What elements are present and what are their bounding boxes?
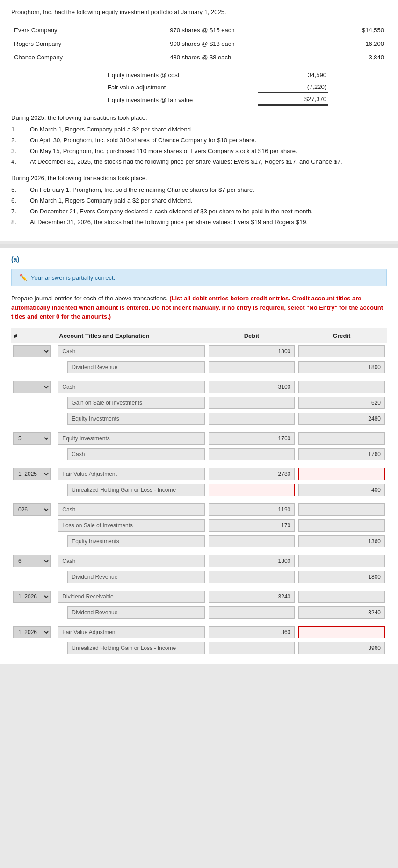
debit-cell bbox=[207, 430, 297, 446]
date-cell-empty bbox=[11, 411, 56, 427]
debit-input[interactable] bbox=[209, 432, 295, 445]
debit-input[interactable] bbox=[209, 413, 295, 425]
debit-input[interactable] bbox=[209, 397, 295, 409]
transaction-num: 7. bbox=[11, 208, 30, 215]
credit-input[interactable] bbox=[298, 484, 385, 496]
debit-input[interactable] bbox=[209, 571, 295, 583]
transaction-item: 6. On March 1, Rogers Company paid a $2 … bbox=[11, 197, 387, 204]
date-select[interactable]: 1, 2025 bbox=[13, 468, 51, 480]
journal-table: # Account Titles and Explanation Debit C… bbox=[11, 328, 387, 656]
account-input[interactable] bbox=[58, 591, 204, 603]
debit-cell bbox=[207, 605, 297, 620]
date-select[interactable]: 1, 2026 bbox=[13, 591, 51, 603]
account-cell-indented bbox=[56, 482, 206, 498]
summary-row: Equity investments @ fair value $27,370 bbox=[106, 94, 328, 106]
credit-input-error[interactable] bbox=[298, 626, 385, 638]
transaction-num: 4. bbox=[11, 158, 30, 165]
account-cell bbox=[56, 589, 206, 605]
credit-input[interactable] bbox=[298, 397, 385, 409]
account-cell bbox=[56, 466, 206, 482]
credit-cell bbox=[297, 502, 387, 518]
credit-cell bbox=[297, 411, 387, 427]
debit-input[interactable] bbox=[209, 606, 295, 619]
account-input[interactable] bbox=[58, 503, 204, 516]
account-input[interactable] bbox=[58, 555, 204, 567]
date-select[interactable] bbox=[13, 345, 51, 357]
credit-input-error[interactable] bbox=[298, 468, 385, 480]
journal-entry-row bbox=[11, 446, 387, 462]
debit-cell bbox=[207, 359, 297, 375]
credit-input[interactable] bbox=[298, 448, 385, 460]
account-input[interactable] bbox=[58, 345, 204, 357]
transaction-item: 7. On December 21, Evers Company declare… bbox=[11, 208, 387, 215]
account-cell bbox=[56, 430, 206, 446]
account-input[interactable] bbox=[58, 468, 204, 480]
account-input[interactable] bbox=[67, 413, 204, 425]
debit-cell bbox=[207, 533, 297, 549]
account-input[interactable] bbox=[58, 432, 204, 445]
transaction-text: At December 31, 2025, the stocks had the… bbox=[30, 158, 387, 165]
credit-input[interactable] bbox=[298, 503, 385, 516]
credit-input[interactable] bbox=[298, 345, 385, 357]
debit-input[interactable] bbox=[209, 503, 295, 516]
account-input[interactable] bbox=[67, 535, 204, 547]
credit-input[interactable] bbox=[298, 642, 385, 654]
credit-input[interactable] bbox=[298, 606, 385, 619]
date-select[interactable]: 6 bbox=[13, 555, 51, 567]
journal-entry-row bbox=[11, 379, 387, 395]
credit-cell bbox=[297, 482, 387, 498]
date-select[interactable]: 5 bbox=[13, 432, 51, 445]
account-input[interactable] bbox=[58, 626, 204, 638]
debit-input[interactable] bbox=[209, 468, 295, 480]
debit-input-error[interactable] bbox=[209, 484, 295, 496]
instructions-normal: Prepare journal entries for each of the … bbox=[11, 295, 169, 302]
transaction-num: 2. bbox=[11, 137, 30, 144]
account-input[interactable] bbox=[67, 484, 204, 496]
summary-amount: 34,590 bbox=[258, 70, 328, 80]
debit-input[interactable] bbox=[209, 591, 295, 603]
credit-input[interactable] bbox=[298, 432, 385, 445]
debit-input[interactable] bbox=[209, 519, 295, 532]
date-select[interactable] bbox=[13, 381, 51, 393]
debit-cell bbox=[207, 379, 297, 395]
summary-label: Equity investments @ cost bbox=[106, 70, 257, 80]
account-input[interactable] bbox=[67, 606, 204, 619]
debit-input[interactable] bbox=[209, 642, 295, 654]
debit-input[interactable] bbox=[209, 448, 295, 460]
account-input[interactable] bbox=[58, 519, 204, 532]
credit-input[interactable] bbox=[298, 591, 385, 603]
credit-input[interactable] bbox=[298, 381, 385, 393]
transaction-num: 5. bbox=[11, 186, 30, 193]
debit-input[interactable] bbox=[209, 535, 295, 547]
account-input[interactable] bbox=[58, 381, 204, 393]
debit-input[interactable] bbox=[209, 345, 295, 357]
credit-input[interactable] bbox=[298, 361, 385, 373]
company-shares: 900 shares @ $18 each bbox=[168, 37, 307, 50]
date-cell-empty bbox=[11, 569, 56, 585]
credit-input[interactable] bbox=[298, 413, 385, 425]
debit-input[interactable] bbox=[209, 381, 295, 393]
account-input[interactable] bbox=[67, 448, 204, 460]
credit-input[interactable] bbox=[298, 535, 385, 547]
date-select[interactable]: 1, 2026 bbox=[13, 626, 51, 638]
date-cell: 1, 2026 bbox=[11, 589, 56, 605]
credit-cell bbox=[297, 466, 387, 482]
credit-input[interactable] bbox=[298, 571, 385, 583]
journal-entry-row bbox=[11, 518, 387, 533]
account-cell-indented bbox=[56, 533, 206, 549]
debit-input[interactable] bbox=[209, 555, 295, 567]
account-cell bbox=[56, 553, 206, 569]
debit-input[interactable] bbox=[209, 361, 295, 373]
account-input[interactable] bbox=[67, 397, 204, 409]
date-select[interactable]: 026 bbox=[13, 503, 51, 516]
transaction-num: 6. bbox=[11, 197, 30, 204]
credit-input[interactable] bbox=[298, 519, 385, 532]
credit-input[interactable] bbox=[298, 555, 385, 567]
account-input[interactable] bbox=[67, 642, 204, 654]
summary-label: Equity investments @ fair value bbox=[106, 94, 257, 106]
transaction-item: 2. On April 30, Pronghorn, Inc. sold 310… bbox=[11, 137, 387, 144]
account-input[interactable] bbox=[67, 361, 204, 373]
account-input[interactable] bbox=[67, 571, 204, 583]
journal-entry-row bbox=[11, 395, 387, 411]
debit-input[interactable] bbox=[209, 626, 295, 638]
